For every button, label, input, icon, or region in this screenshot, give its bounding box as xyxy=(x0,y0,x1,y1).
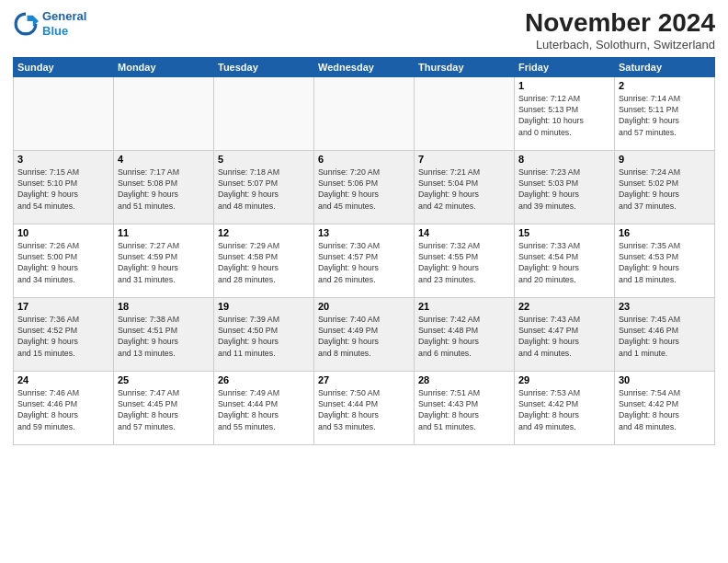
day-detail: Sunrise: 7:26 AM Sunset: 5:00 PM Dayligh… xyxy=(17,240,109,285)
day-detail: Sunrise: 7:36 AM Sunset: 4:52 PM Dayligh… xyxy=(17,314,109,359)
day-number: 15 xyxy=(518,227,610,238)
day-number: 28 xyxy=(418,374,510,385)
day-number: 21 xyxy=(418,301,510,312)
col-tuesday: Tuesday xyxy=(214,57,314,76)
calendar-header-row: Sunday Monday Tuesday Wednesday Thursday… xyxy=(14,57,715,76)
day-number: 17 xyxy=(17,301,109,312)
calendar-day: 9Sunrise: 7:24 AM Sunset: 5:02 PM Daylig… xyxy=(615,150,715,224)
day-detail: Sunrise: 7:12 AM Sunset: 5:13 PM Dayligh… xyxy=(518,93,610,138)
day-detail: Sunrise: 7:50 AM Sunset: 4:44 PM Dayligh… xyxy=(318,387,410,432)
day-detail: Sunrise: 7:32 AM Sunset: 4:55 PM Dayligh… xyxy=(418,240,510,285)
calendar-day xyxy=(415,76,515,150)
day-detail: Sunrise: 7:51 AM Sunset: 4:43 PM Dayligh… xyxy=(418,387,510,432)
calendar-day: 25Sunrise: 7:47 AM Sunset: 4:45 PM Dayli… xyxy=(114,371,214,444)
col-thursday: Thursday xyxy=(415,57,515,76)
day-number: 4 xyxy=(118,154,210,165)
calendar-day: 10Sunrise: 7:26 AM Sunset: 5:00 PM Dayli… xyxy=(14,224,114,297)
day-number: 6 xyxy=(318,154,410,165)
calendar-day: 30Sunrise: 7:54 AM Sunset: 4:42 PM Dayli… xyxy=(615,371,715,444)
day-number: 23 xyxy=(619,301,711,312)
day-number: 14 xyxy=(418,227,510,238)
day-number: 25 xyxy=(118,374,210,385)
day-detail: Sunrise: 7:23 AM Sunset: 5:03 PM Dayligh… xyxy=(518,167,610,212)
day-number: 10 xyxy=(17,227,109,238)
day-number: 13 xyxy=(318,227,410,238)
calendar-day: 14Sunrise: 7:32 AM Sunset: 4:55 PM Dayli… xyxy=(415,224,515,297)
day-number: 29 xyxy=(518,374,610,385)
calendar-day: 20Sunrise: 7:40 AM Sunset: 4:49 PM Dayli… xyxy=(314,297,415,371)
day-number: 26 xyxy=(218,374,310,385)
day-detail: Sunrise: 7:24 AM Sunset: 5:02 PM Dayligh… xyxy=(619,167,711,212)
day-detail: Sunrise: 7:42 AM Sunset: 4:48 PM Dayligh… xyxy=(418,314,510,359)
day-number: 9 xyxy=(619,154,711,165)
day-number: 22 xyxy=(518,301,610,312)
day-detail: Sunrise: 7:30 AM Sunset: 4:57 PM Dayligh… xyxy=(318,240,410,285)
day-detail: Sunrise: 7:33 AM Sunset: 4:54 PM Dayligh… xyxy=(518,240,610,285)
day-detail: Sunrise: 7:21 AM Sunset: 5:04 PM Dayligh… xyxy=(418,167,510,212)
day-detail: Sunrise: 7:49 AM Sunset: 4:44 PM Dayligh… xyxy=(218,387,310,432)
day-number: 7 xyxy=(418,154,510,165)
main-title: November 2024 xyxy=(525,9,715,38)
col-sunday: Sunday xyxy=(14,57,114,76)
day-detail: Sunrise: 7:38 AM Sunset: 4:51 PM Dayligh… xyxy=(118,314,210,359)
logo-text: General Blue xyxy=(42,9,86,38)
calendar-day: 7Sunrise: 7:21 AM Sunset: 5:04 PM Daylig… xyxy=(415,150,515,224)
col-monday: Monday xyxy=(114,57,214,76)
day-number: 11 xyxy=(118,227,210,238)
calendar-day: 4Sunrise: 7:17 AM Sunset: 5:08 PM Daylig… xyxy=(114,150,214,224)
header: General Blue November 2024 Luterbach, So… xyxy=(13,9,715,52)
col-wednesday: Wednesday xyxy=(314,57,415,76)
day-detail: Sunrise: 7:17 AM Sunset: 5:08 PM Dayligh… xyxy=(118,167,210,212)
calendar-day xyxy=(214,76,314,150)
day-detail: Sunrise: 7:14 AM Sunset: 5:11 PM Dayligh… xyxy=(619,93,711,138)
calendar-day xyxy=(314,76,415,150)
calendar-day: 13Sunrise: 7:30 AM Sunset: 4:57 PM Dayli… xyxy=(314,224,415,297)
calendar-day: 26Sunrise: 7:49 AM Sunset: 4:44 PM Dayli… xyxy=(214,371,314,444)
calendar-day: 16Sunrise: 7:35 AM Sunset: 4:53 PM Dayli… xyxy=(615,224,715,297)
calendar-day: 5Sunrise: 7:18 AM Sunset: 5:07 PM Daylig… xyxy=(214,150,314,224)
day-detail: Sunrise: 7:40 AM Sunset: 4:49 PM Dayligh… xyxy=(318,314,410,359)
calendar-day xyxy=(14,76,114,150)
day-detail: Sunrise: 7:43 AM Sunset: 4:47 PM Dayligh… xyxy=(518,314,610,359)
week-row-5: 24Sunrise: 7:46 AM Sunset: 4:46 PM Dayli… xyxy=(14,371,715,444)
subtitle: Luterbach, Solothurn, Switzerland xyxy=(525,38,715,52)
calendar-day xyxy=(114,76,214,150)
day-number: 12 xyxy=(218,227,310,238)
calendar-day: 1Sunrise: 7:12 AM Sunset: 5:13 PM Daylig… xyxy=(515,76,615,150)
day-detail: Sunrise: 7:54 AM Sunset: 4:42 PM Dayligh… xyxy=(619,387,711,432)
day-number: 3 xyxy=(17,154,109,165)
calendar: Sunday Monday Tuesday Wednesday Thursday… xyxy=(13,57,715,445)
week-row-3: 10Sunrise: 7:26 AM Sunset: 5:00 PM Dayli… xyxy=(14,224,715,297)
calendar-day: 17Sunrise: 7:36 AM Sunset: 4:52 PM Dayli… xyxy=(14,297,114,371)
calendar-day: 11Sunrise: 7:27 AM Sunset: 4:59 PM Dayli… xyxy=(114,224,214,297)
calendar-day: 29Sunrise: 7:53 AM Sunset: 4:42 PM Dayli… xyxy=(515,371,615,444)
day-detail: Sunrise: 7:20 AM Sunset: 5:06 PM Dayligh… xyxy=(318,167,410,212)
day-detail: Sunrise: 7:39 AM Sunset: 4:50 PM Dayligh… xyxy=(218,314,310,359)
logo: General Blue xyxy=(13,9,86,38)
calendar-day: 21Sunrise: 7:42 AM Sunset: 4:48 PM Dayli… xyxy=(415,297,515,371)
logo-icon xyxy=(13,11,39,37)
day-number: 19 xyxy=(218,301,310,312)
calendar-day: 6Sunrise: 7:20 AM Sunset: 5:06 PM Daylig… xyxy=(314,150,415,224)
day-detail: Sunrise: 7:27 AM Sunset: 4:59 PM Dayligh… xyxy=(118,240,210,285)
day-number: 30 xyxy=(619,374,711,385)
calendar-day: 27Sunrise: 7:50 AM Sunset: 4:44 PM Dayli… xyxy=(314,371,415,444)
day-detail: Sunrise: 7:47 AM Sunset: 4:45 PM Dayligh… xyxy=(118,387,210,432)
day-number: 20 xyxy=(318,301,410,312)
calendar-day: 18Sunrise: 7:38 AM Sunset: 4:51 PM Dayli… xyxy=(114,297,214,371)
day-number: 27 xyxy=(318,374,410,385)
day-detail: Sunrise: 7:46 AM Sunset: 4:46 PM Dayligh… xyxy=(17,387,109,432)
page-container: General Blue November 2024 Luterbach, So… xyxy=(0,0,728,563)
calendar-day: 22Sunrise: 7:43 AM Sunset: 4:47 PM Dayli… xyxy=(515,297,615,371)
calendar-day: 24Sunrise: 7:46 AM Sunset: 4:46 PM Dayli… xyxy=(14,371,114,444)
calendar-day: 12Sunrise: 7:29 AM Sunset: 4:58 PM Dayli… xyxy=(214,224,314,297)
calendar-day: 8Sunrise: 7:23 AM Sunset: 5:03 PM Daylig… xyxy=(515,150,615,224)
day-number: 2 xyxy=(619,80,711,91)
day-number: 1 xyxy=(518,80,610,91)
day-detail: Sunrise: 7:15 AM Sunset: 5:10 PM Dayligh… xyxy=(17,167,109,212)
calendar-day: 19Sunrise: 7:39 AM Sunset: 4:50 PM Dayli… xyxy=(214,297,314,371)
day-number: 5 xyxy=(218,154,310,165)
day-number: 8 xyxy=(518,154,610,165)
calendar-day: 15Sunrise: 7:33 AM Sunset: 4:54 PM Dayli… xyxy=(515,224,615,297)
week-row-4: 17Sunrise: 7:36 AM Sunset: 4:52 PM Dayli… xyxy=(14,297,715,371)
